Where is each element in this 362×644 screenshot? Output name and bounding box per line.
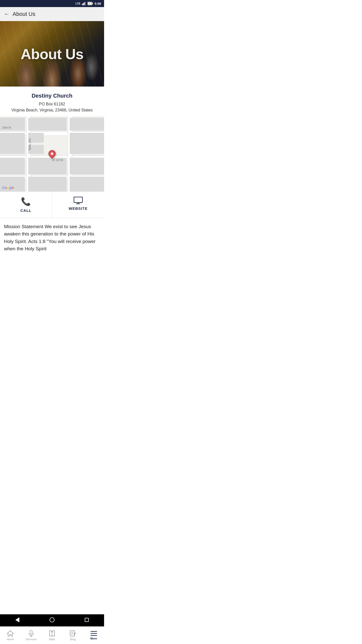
map-block: [0, 158, 25, 174]
nav-bar: ← About Us: [0, 7, 104, 21]
map-block: [28, 118, 67, 131]
status-bar: LTE 5:08: [0, 0, 104, 7]
svg-rect-5: [92, 3, 93, 4]
street-label-23rd: 23rd St: [2, 126, 11, 129]
call-button[interactable]: 📞 CALL: [0, 192, 52, 218]
map-container[interactable]: 23rd St Baltic Ave 22 1/2 St Google: [0, 116, 104, 192]
map-pin: [49, 150, 56, 157]
back-button[interactable]: ←: [4, 11, 10, 17]
map-block: [0, 133, 25, 154]
church-info: Destiny Church PO Box 61182 Virginia Bea…: [0, 87, 104, 116]
svg-rect-3: [85, 2, 86, 5]
hero-banner: About Us: [0, 21, 104, 87]
call-label: CALL: [20, 208, 31, 213]
mission-section: Mission Statement We exist to see Jesus …: [0, 218, 104, 258]
pin-circle: [47, 149, 57, 159]
church-address-line2: Virginia Beach, Virginia, 23466, United …: [4, 107, 100, 113]
svg-rect-1: [83, 3, 84, 5]
map-block: [70, 158, 104, 174]
action-buttons-row: 📞 CALL WEBSITE: [0, 192, 104, 218]
svg-rect-2: [84, 2, 85, 5]
map-background: 23rd St Baltic Ave 22 1/2 St Google: [0, 116, 104, 192]
signal-icon: [82, 2, 86, 5]
hero-title: About Us: [21, 46, 83, 62]
street-label-22half: 22 1/2 St: [52, 158, 63, 162]
lte-icon: LTE: [75, 2, 80, 5]
svg-rect-0: [82, 4, 83, 5]
map-block: [28, 177, 67, 192]
google-logo: Google: [2, 185, 14, 190]
mission-text: Mission Statement We exist to see Jesus …: [4, 223, 100, 253]
website-label: WEBSITE: [69, 206, 87, 211]
monitor-icon: [74, 197, 83, 204]
phone-icon: 📞: [21, 197, 31, 206]
battery-icon: [87, 2, 93, 5]
website-button[interactable]: WEBSITE: [52, 192, 104, 218]
svg-rect-7: [74, 197, 82, 203]
time-display: 5:08: [95, 2, 101, 6]
church-name: Destiny Church: [4, 93, 100, 99]
street-label-baltic: Baltic Ave: [28, 138, 31, 150]
map-block: [70, 118, 104, 131]
map-block: [70, 177, 104, 192]
page-title: About Us: [13, 11, 35, 17]
church-address-line1: PO Box 61182: [4, 101, 100, 107]
map-block: [70, 133, 104, 154]
pin-dot: [50, 152, 54, 155]
